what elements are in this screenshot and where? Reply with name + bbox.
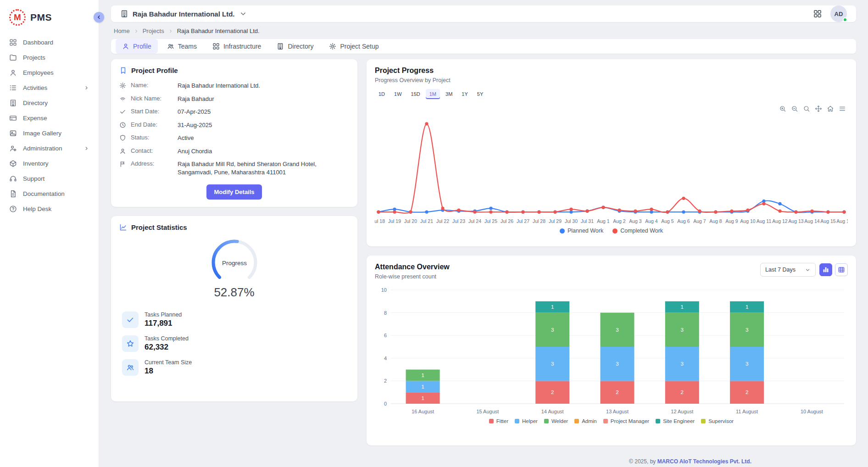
stat-value: 18 — [145, 367, 192, 376]
sidebar: M PMS Dashboard Projects Employees Activ… — [0, 0, 99, 467]
company-selector[interactable]: Raja Bahadur International Ltd. — [120, 10, 247, 18]
modify-details-button[interactable]: Modify Details — [206, 184, 262, 200]
svg-text:Aug 16: Aug 16 — [836, 218, 848, 224]
sidebar-item-projects[interactable]: Projects — [0, 50, 99, 65]
tab-label: Profile — [133, 43, 151, 50]
tab-directory[interactable]: Directory — [270, 39, 320, 54]
tab-teams[interactable]: Teams — [161, 39, 203, 54]
sidebar-item-help-desk[interactable]: Help Desk — [0, 201, 99, 217]
signal-icon — [119, 95, 126, 102]
svg-text:6: 6 — [384, 333, 387, 338]
sidebar-item-label: Image Gallery — [23, 130, 89, 137]
image-icon — [9, 129, 17, 137]
sidebar-item-directory[interactable]: Directory — [0, 95, 99, 111]
svg-text:Aug 9: Aug 9 — [725, 218, 738, 224]
progress-chart-title: Project Progress — [375, 67, 848, 75]
sidebar-item-label: Expense — [23, 115, 89, 122]
selection-zoom-icon[interactable] — [803, 105, 810, 114]
svg-text:Aug 15: Aug 15 — [820, 218, 835, 224]
dashboard-icon — [9, 39, 17, 46]
svg-text:3: 3 — [616, 361, 618, 367]
stats-list: Tasks Planned 117,891 Tasks Completed 62… — [119, 311, 349, 376]
avatar[interactable]: AD — [830, 6, 847, 22]
legend-marker — [603, 419, 608, 423]
svg-text:2: 2 — [384, 378, 387, 384]
sidebar-item-documentation[interactable]: Documentation — [0, 186, 99, 201]
profile-field-address: Address: Raja Bahadur Mill Rd, behind Sh… — [119, 160, 349, 176]
svg-text:3: 3 — [746, 361, 748, 367]
chevron-left-icon — [96, 14, 102, 20]
bar-view-button[interactable] — [819, 263, 832, 276]
svg-text:3: 3 — [746, 327, 748, 333]
svg-text:Aug 11: Aug 11 — [757, 218, 772, 224]
pan-icon[interactable] — [815, 105, 822, 114]
building-icon — [120, 10, 128, 18]
sidebar-item-employees[interactable]: Employees — [0, 65, 99, 80]
legend-project-manager[interactable]: Project Manager — [603, 418, 649, 424]
legend-site-engineer[interactable]: Site Engineer — [656, 418, 695, 424]
attendance-controls: Last 7 Days — [760, 263, 848, 277]
range-button-1y[interactable]: 1Y — [458, 89, 471, 99]
check-icon — [119, 108, 126, 115]
stat-label: Current Team Size — [145, 359, 192, 366]
attendance-bar-chart[interactable]: 024681011116 August15 August233114 Augus… — [375, 284, 848, 417]
profile-field-end-date: End Date: 31-Aug-2025 — [119, 121, 349, 129]
range-button-1d[interactable]: 1D — [375, 89, 389, 99]
project-statistics-card: Project Statistics Progress 52.87% Tasks… — [111, 216, 357, 401]
chevron-right-icon — [83, 145, 89, 151]
sidebar-item-inventory[interactable]: Inventory — [0, 156, 99, 171]
svg-text:Jul 28: Jul 28 — [533, 218, 545, 224]
sidebar-item-expense[interactable]: Expense — [0, 111, 99, 126]
legend-planned-work[interactable]: Planned Work — [560, 228, 603, 234]
field-value: Raja Bahadur — [178, 95, 214, 103]
logo[interactable]: M PMS — [0, 6, 99, 35]
profile-fields: Name: Raja Bahadur International Ltd. Ni… — [119, 82, 349, 176]
legend-fitter[interactable]: Fitter — [489, 418, 508, 424]
svg-text:11 August: 11 August — [736, 409, 758, 414]
sidebar-item-image-gallery[interactable]: Image Gallery — [0, 126, 99, 141]
range-button-1m[interactable]: 1M — [426, 89, 440, 99]
zoom-out-icon[interactable] — [791, 105, 798, 114]
sidebar-collapse-button[interactable] — [94, 12, 104, 22]
legend-completed-work[interactable]: Completed Work — [612, 228, 663, 234]
field-value: Active — [178, 134, 194, 142]
sidebar-item-administration[interactable]: Administration — [0, 141, 99, 156]
tab-project-setup[interactable]: Project Setup — [323, 39, 385, 54]
sidebar-item-activities[interactable]: Activities — [0, 80, 99, 95]
tab-profile[interactable]: Profile — [116, 39, 158, 54]
range-button-5y[interactable]: 5Y — [473, 89, 487, 99]
progress-gauge-wrap: Progress 52.87% — [119, 238, 349, 300]
svg-text:Aug 13: Aug 13 — [788, 218, 803, 224]
range-button-1w[interactable]: 1W — [390, 89, 406, 99]
menu-icon[interactable] — [839, 105, 846, 114]
legend-admin[interactable]: Admin — [574, 418, 597, 424]
home-icon[interactable] — [827, 105, 834, 114]
progress-line-chart[interactable]: Jul 18Jul 19Jul 20Jul 21Jul 22Jul 23Jul … — [375, 101, 848, 227]
apps-grid-icon[interactable] — [813, 9, 822, 18]
breadcrumb-item-projects[interactable]: Projects — [143, 28, 164, 34]
sidebar-item-label: Support — [23, 175, 89, 182]
breadcrumb-item-home[interactable]: Home — [114, 28, 130, 34]
zoom-in-icon[interactable] — [779, 105, 786, 114]
sidebar-item-support[interactable]: Support — [0, 171, 99, 186]
bookmark-icon — [119, 67, 127, 74]
stat-label: Tasks Completed — [145, 335, 189, 342]
clock-icon — [119, 122, 126, 128]
legend-helper[interactable]: Helper — [515, 418, 538, 424]
range-button-15d[interactable]: 15D — [407, 89, 424, 99]
svg-text:Jul 25: Jul 25 — [484, 218, 497, 224]
svg-text:Aug 5: Aug 5 — [661, 218, 674, 224]
field-label: Contact: — [131, 147, 173, 154]
range-button-3m[interactable]: 3M — [442, 89, 456, 99]
date-range-select[interactable]: Last 7 Days — [760, 263, 816, 277]
sidebar-item-dashboard[interactable]: Dashboard — [0, 35, 99, 50]
table-view-button[interactable] — [835, 263, 848, 276]
tab-infrastructure[interactable]: Infrastructure — [206, 39, 267, 54]
legend-welder[interactable]: Welder — [544, 418, 568, 424]
chevron-down-icon — [239, 10, 247, 18]
footer-link[interactable]: MARCO AIoT Technologies Pvt. Ltd. — [657, 458, 751, 465]
svg-text:Jul 31: Jul 31 — [581, 218, 594, 224]
legend-label: Project Manager — [611, 418, 649, 424]
legend-supervisor[interactable]: Supervisor — [701, 418, 734, 424]
progress-chart-subtitle: Progress Overview by Project — [375, 77, 848, 83]
